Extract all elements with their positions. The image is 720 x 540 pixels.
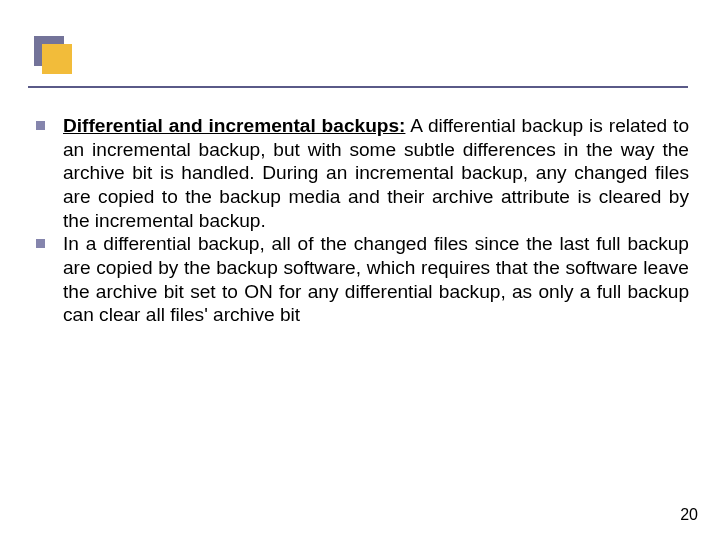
bullet-row-1: Differential and incremental backups: A …: [36, 114, 689, 232]
square-bullet-icon: [36, 239, 45, 248]
logo-front-square: [42, 44, 72, 74]
bullet-row-2: In a differential backup, all of the cha…: [36, 232, 689, 327]
paragraph-2: In a differential backup, all of the cha…: [63, 232, 689, 327]
title-underline: [28, 86, 688, 88]
paragraph-1: Differential and incremental backups: A …: [63, 114, 689, 232]
paragraph-1-heading: Differential and incremental backups:: [63, 115, 405, 136]
slide-logo: [34, 36, 72, 74]
slide: Differential and incremental backups: A …: [0, 0, 720, 540]
paragraph-2-body: In a differential backup, all of the cha…: [63, 233, 689, 325]
page-number: 20: [680, 506, 698, 524]
content-area: Differential and incremental backups: A …: [36, 114, 689, 327]
square-bullet-icon: [36, 121, 45, 130]
